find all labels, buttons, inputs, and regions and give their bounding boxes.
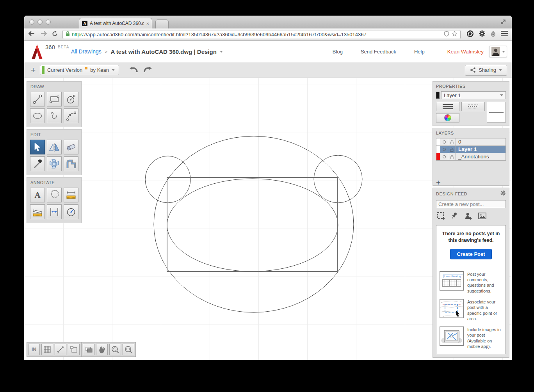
- browser-toolbar: https://app.autocad360.com/main/content/…: [24, 28, 512, 41]
- sharing-button[interactable]: Sharing: [465, 65, 507, 76]
- polyline-tool-button[interactable]: [47, 108, 62, 123]
- match-properties-tool-button[interactable]: [30, 156, 45, 171]
- title-dropdown-caret-icon[interactable]: [220, 51, 223, 53]
- layer-lock-toggle[interactable]: [448, 138, 456, 145]
- dimension-radius-tool-button[interactable]: [64, 204, 78, 219]
- pan-button[interactable]: [96, 344, 108, 355]
- layer-visibility-toggle[interactable]: [440, 138, 448, 145]
- tip-text: Associate your post with a specific poin…: [467, 299, 502, 321]
- nav-blog-link[interactable]: Blog: [333, 49, 343, 55]
- snap-toggle-button[interactable]: [55, 344, 66, 355]
- arc-tool-button[interactable]: [64, 108, 78, 123]
- window-controls: [29, 20, 51, 25]
- layer-lock-toggle[interactable]: [448, 146, 456, 153]
- zoom-toolbar: [81, 342, 136, 357]
- revision-cloud-tool-button[interactable]: [47, 188, 62, 202]
- add-layer-button[interactable]: +: [436, 179, 444, 186]
- share-icon: [470, 67, 476, 73]
- extension-badge-icon[interactable]: [466, 30, 474, 39]
- layer-row-2[interactable]: _Annotations: [436, 153, 506, 161]
- dimension-aligned-tool-button[interactable]: [30, 204, 45, 219]
- zoom-window-button[interactable]: [46, 20, 51, 25]
- ellipse-tool-button[interactable]: [30, 108, 45, 123]
- marquee-select-icon[interactable]: [437, 212, 445, 222]
- dimension-distance-tool-button[interactable]: [47, 204, 62, 219]
- add-version-button[interactable]: +: [29, 66, 37, 74]
- undo-button[interactable]: [129, 66, 138, 74]
- layer-name: _Annotations: [456, 153, 506, 160]
- layout-windows-button[interactable]: [83, 344, 94, 355]
- line-tool-button[interactable]: [30, 92, 45, 106]
- nav-send-feedback-link[interactable]: Send Feedback: [361, 49, 396, 55]
- new-tab-button[interactable]: [155, 20, 169, 28]
- minimize-window-button[interactable]: [37, 20, 43, 25]
- image-icon[interactable]: [478, 213, 486, 221]
- new-post-input[interactable]: [436, 200, 506, 208]
- layer-color-swatch[interactable]: [436, 153, 440, 160]
- layer-row-0[interactable]: 0: [436, 138, 506, 146]
- units-button[interactable]: IN: [28, 344, 40, 355]
- properties-title: PROPERTIES: [436, 84, 506, 89]
- pan-hand-icon: [98, 345, 106, 354]
- select-tool-button[interactable]: [30, 140, 45, 154]
- header-nav: Blog Send Feedback Help: [333, 49, 425, 55]
- redo-button[interactable]: [143, 66, 152, 74]
- forward-button[interactable]: [40, 30, 47, 38]
- browser-menu-icon[interactable]: [501, 31, 508, 38]
- user-name-link[interactable]: Kean Walmsley: [447, 49, 484, 55]
- tab-favicon: A: [82, 21, 87, 26]
- move-3d-tool-button[interactable]: [47, 156, 62, 171]
- browser-tab[interactable]: A A test with AutoCAD 360.d ×: [79, 18, 152, 28]
- circle-tool-button[interactable]: [64, 92, 78, 106]
- version-selector[interactable]: Current Version by Kean: [40, 65, 119, 75]
- url-bar[interactable]: https://app.autocad360.com/main/content/…: [62, 30, 461, 39]
- units-label: IN: [32, 347, 36, 352]
- user-avatar-menu[interactable]: [489, 46, 507, 57]
- feed-settings-gear-icon[interactable]: [500, 190, 506, 197]
- version-caret-icon: [112, 69, 115, 71]
- color-picker-button[interactable]: [436, 113, 459, 122]
- viewport-button[interactable]: [68, 344, 80, 355]
- content-shield-icon[interactable]: [444, 31, 449, 38]
- mirror-tool-button[interactable]: [47, 140, 62, 154]
- line-icon: [32, 93, 43, 105]
- zoom-window-button[interactable]: [123, 344, 134, 355]
- create-post-button[interactable]: Create Post: [450, 249, 491, 259]
- erase-tool-button[interactable]: [64, 140, 78, 154]
- window-resize-icon[interactable]: [500, 19, 506, 27]
- layer-name: 0: [456, 138, 506, 145]
- tag-person-icon[interactable]: [464, 212, 472, 222]
- lock-icon: [450, 147, 454, 152]
- current-color-swatch: [436, 92, 440, 99]
- layer-visibility-toggle[interactable]: [440, 153, 448, 160]
- layer-dropdown[interactable]: Layer 1: [441, 91, 506, 99]
- https-lock-icon[interactable]: [66, 31, 70, 38]
- annotate-palette-title: ANNOTATE: [30, 180, 78, 185]
- layer-row-1[interactable]: Layer 1: [436, 146, 506, 153]
- dimension-linear-tool-button[interactable]: [64, 188, 78, 202]
- flame-extension-icon[interactable]: [490, 30, 496, 39]
- offset-tool-button[interactable]: [64, 156, 78, 171]
- tab-close-icon[interactable]: ×: [146, 21, 149, 27]
- bookmark-star-icon[interactable]: [452, 31, 457, 38]
- lineweight-button[interactable]: [436, 102, 459, 111]
- settings-gear-icon[interactable]: [479, 30, 486, 39]
- nav-help-link[interactable]: Help: [414, 49, 425, 55]
- app-header: 360 BETA All Drawings > A test with Auto…: [24, 41, 512, 62]
- breadcrumb-all-drawings-link[interactable]: All Drawings: [71, 48, 101, 55]
- grid-toggle-button[interactable]: [41, 344, 53, 355]
- zoom-extents-button[interactable]: [109, 344, 121, 355]
- layer-color-swatch[interactable]: [436, 138, 440, 145]
- close-window-button[interactable]: [29, 20, 34, 25]
- extension-icons: [465, 30, 508, 39]
- linetype-button[interactable]: [461, 102, 485, 111]
- pin-icon[interactable]: [451, 212, 458, 222]
- rectangle-tool-button[interactable]: [47, 92, 62, 106]
- eyedropper-icon: [32, 158, 43, 170]
- reload-button[interactable]: [52, 30, 58, 39]
- back-button[interactable]: [28, 30, 36, 38]
- layer-color-swatch[interactable]: [436, 146, 440, 153]
- layer-lock-toggle[interactable]: [448, 153, 456, 160]
- layer-visibility-toggle[interactable]: [440, 146, 448, 153]
- text-tool-button[interactable]: A: [30, 188, 45, 202]
